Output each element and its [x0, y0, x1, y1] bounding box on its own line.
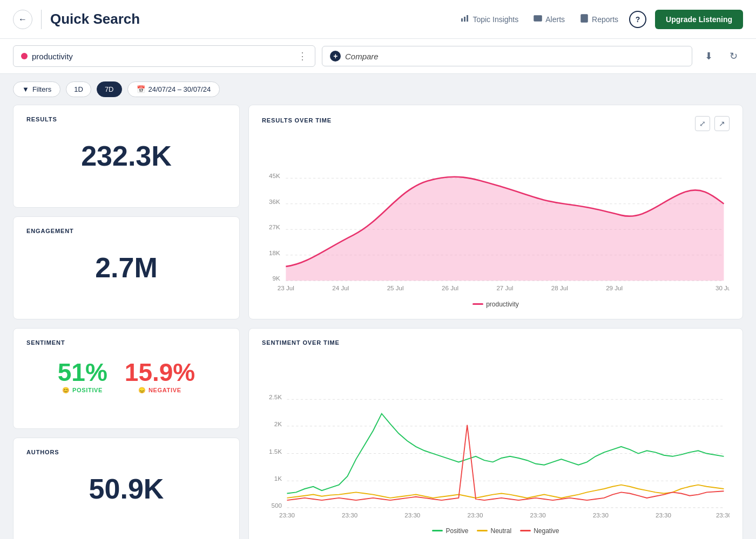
sentiment-chart-svg: 500 1K 1.5K 2K 2.5K 23:30 23:3: [262, 357, 730, 522]
svg-text:23:30: 23:30: [279, 511, 295, 518]
svg-rect-0: [461, 18, 463, 22]
sentiment-chart-wrap: 500 1K 1.5K 2K 2.5K 23:30 23:3: [262, 357, 730, 524]
results-chart-svg: 9K 18K 27K 36K 45K 23 Jul 24 Jul 25 Jul: [262, 135, 730, 295]
results-legend-dot: [473, 303, 483, 305]
page-title: Quick Search: [50, 11, 461, 28]
svg-text:23:30: 23:30: [593, 511, 609, 518]
positive-pct: 51%: [58, 358, 107, 387]
svg-text:23 Jul: 23 Jul: [278, 284, 294, 291]
engagement-card: ENGAGEMENT 2.7M: [13, 216, 240, 319]
svg-text:24 Jul: 24 Jul: [332, 284, 349, 291]
results-chart-wrap: 9K 18K 27K 36K 45K 23 Jul 24 Jul 25 Jul: [262, 135, 730, 297]
svg-text:30 Jul: 30 Jul: [716, 284, 730, 291]
nav-topic-insights[interactable]: Topic Insights: [461, 14, 518, 24]
svg-text:27K: 27K: [269, 223, 280, 230]
svg-text:23:30: 23:30: [530, 511, 546, 518]
upgrade-button[interactable]: Upgrade Listening: [655, 10, 743, 29]
topic-name: productivity: [32, 52, 293, 61]
nav-topic-insights-label: Topic Insights: [473, 15, 518, 24]
neutral-legend-item: Neutral: [477, 527, 511, 535]
engagement-label: ENGAGEMENT: [26, 228, 226, 234]
chart-icons: ⤢ ↗: [695, 116, 730, 131]
negative-pct: 15.9%: [125, 358, 195, 387]
negative-icon: 😞: [138, 387, 146, 394]
negative-legend-label: Negative: [534, 527, 559, 535]
positive-label: 😊 POSITIVE: [58, 387, 107, 394]
results-label: RESULTS: [26, 116, 226, 122]
date-range-label: 24/07/24 – 30/07/24: [148, 85, 211, 93]
chart-bar-icon: [461, 14, 469, 24]
topic-pill[interactable]: productivity ⋮: [13, 45, 315, 67]
svg-text:2K: 2K: [274, 420, 282, 427]
header-divider: [41, 10, 42, 29]
envelope-icon: [534, 14, 542, 24]
search-bar: productivity ⋮ + Compare ⬇ ↻: [0, 39, 756, 74]
nav-reports[interactable]: Reports: [580, 14, 618, 24]
results-chart-legend: productivity: [262, 301, 730, 308]
engagement-value: 2.7M: [26, 241, 226, 295]
action-buttons: ⬇ ↻: [699, 46, 743, 66]
results-chart-header: RESULTS OVER TIME ⤢ ↗: [262, 116, 730, 131]
svg-text:45K: 45K: [269, 172, 280, 179]
filter-icon: ▼: [22, 85, 29, 93]
topic-more-button[interactable]: ⋮: [298, 50, 307, 62]
refresh-button[interactable]: ↻: [724, 46, 743, 66]
help-button[interactable]: ?: [629, 11, 646, 28]
results-legend-item: productivity: [473, 301, 519, 308]
svg-text:27 Jul: 27 Jul: [496, 284, 513, 291]
time-7d-button[interactable]: 7D: [97, 81, 122, 97]
date-range-button[interactable]: 📅 24/07/24 – 30/07/24: [127, 81, 220, 97]
chart-type-button[interactable]: ↗: [714, 116, 730, 131]
sentiment-display: 51% 😊 POSITIVE 15.9% 😞 NEGATIVE: [26, 352, 226, 399]
sentiment-label: SENTIMENT: [26, 339, 226, 346]
negative-legend-item: Negative: [520, 527, 559, 535]
fullscreen-button[interactable]: ⤢: [695, 116, 710, 131]
positive-legend-item: Positive: [432, 527, 468, 535]
sentiment-chart-label: SENTIMENT OVER TIME: [262, 339, 340, 346]
sentiment-chart-legend: Positive Neutral Negative: [262, 527, 730, 535]
negative-label: 😞 NEGATIVE: [125, 387, 195, 394]
svg-text:28 Jul: 28 Jul: [551, 284, 568, 291]
nav-reports-label: Reports: [592, 15, 618, 24]
header: ← Quick Search Topic Insights Alerts Rep…: [0, 0, 756, 39]
file-chart-icon: [580, 14, 589, 24]
compare-pill[interactable]: + Compare: [322, 46, 692, 66]
topic-color-dot: [21, 53, 28, 59]
nav-links: Topic Insights Alerts Reports: [461, 14, 618, 24]
positive-sentiment: 51% 😊 POSITIVE: [58, 358, 107, 394]
compare-label: Compare: [345, 52, 379, 61]
calendar-icon: 📅: [137, 85, 145, 93]
svg-text:23:30: 23:30: [467, 511, 483, 518]
svg-text:23:30: 23:30: [656, 511, 671, 518]
svg-rect-1: [464, 17, 465, 22]
compare-plus-icon: +: [330, 51, 341, 62]
svg-rect-4: [581, 15, 588, 22]
svg-rect-2: [467, 15, 468, 22]
positive-legend-label: Positive: [446, 527, 468, 535]
neutral-legend-label: Neutral: [490, 527, 511, 535]
filters-button[interactable]: ▼ Filters: [13, 81, 60, 97]
negative-sentiment: 15.9% 😞 NEGATIVE: [125, 358, 195, 394]
filters-label: Filters: [32, 85, 51, 93]
svg-text:36K: 36K: [269, 198, 280, 205]
time-1d-button[interactable]: 1D: [66, 81, 91, 97]
results-card: RESULTS 232.3K: [13, 105, 240, 208]
svg-text:23:30: 23:30: [342, 511, 357, 518]
svg-text:25 Jul: 25 Jul: [387, 284, 404, 291]
nav-alerts[interactable]: Alerts: [534, 14, 565, 24]
svg-text:1.5K: 1.5K: [269, 447, 282, 454]
svg-text:9K: 9K: [273, 275, 280, 282]
svg-text:26 Jul: 26 Jul: [442, 284, 458, 291]
authors-card: AUTHORS 50.9K: [13, 438, 240, 539]
filters-bar: ▼ Filters 1D 7D 📅 24/07/24 – 30/07/24: [0, 74, 756, 105]
download-button[interactable]: ⬇: [699, 46, 718, 66]
authors-value: 50.9K: [26, 462, 226, 516]
svg-text:23:30: 23:30: [716, 511, 730, 518]
svg-text:1K: 1K: [274, 475, 282, 482]
svg-text:18K: 18K: [269, 249, 280, 256]
svg-text:2.5K: 2.5K: [269, 393, 282, 400]
sentiment-card: SENTIMENT 51% 😊 POSITIVE 15.9% 😞 NEGATIV…: [13, 328, 240, 429]
results-legend-label: productivity: [486, 301, 519, 308]
authors-label: AUTHORS: [26, 449, 226, 455]
back-button[interactable]: ←: [13, 10, 32, 29]
